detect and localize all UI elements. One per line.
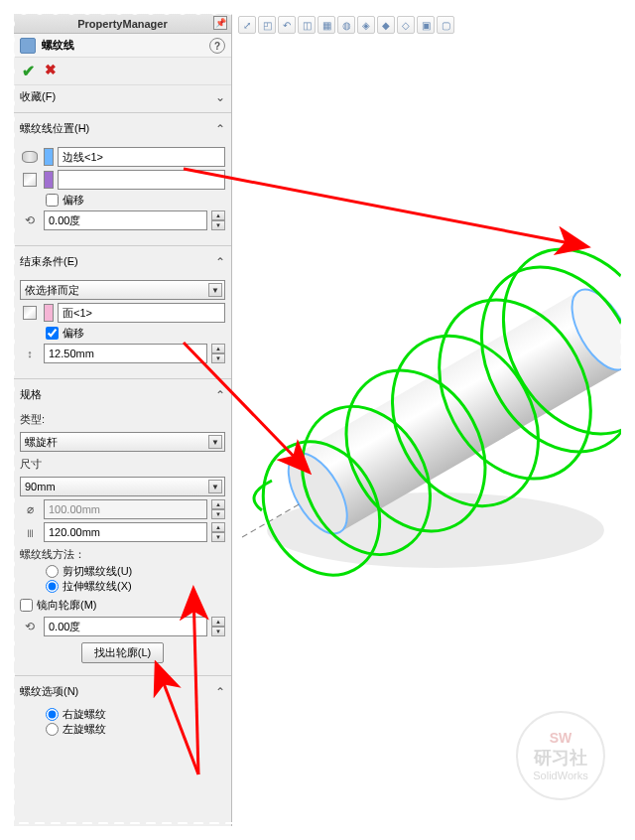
chevron-up-icon: ⌃ (215, 255, 225, 269)
angle-spinner[interactable]: ▲▼ (211, 210, 225, 230)
end-face-input[interactable] (58, 303, 225, 323)
cut-thread-label: 剪切螺纹线(U) (63, 564, 132, 579)
angle2-spinner[interactable]: ▲▼ (211, 617, 225, 636)
size-label: 尺寸 (20, 455, 225, 474)
pm-title-bar: PropertyManager 📌 (14, 14, 231, 34)
watermark-main: 研习社 (534, 746, 587, 770)
right-hand-radio-row[interactable]: 右旋螺纹 (46, 707, 225, 722)
offset-label: 偏移 (63, 193, 84, 208)
diameter-spinner[interactable]: ▲▼ (211, 499, 225, 519)
optional-face-input[interactable] (58, 170, 225, 190)
left-hand-label: 左旋螺纹 (63, 722, 106, 737)
offset-checkbox[interactable] (46, 194, 59, 207)
extrude-thread-radio[interactable] (46, 580, 59, 593)
end-offset-checkbox[interactable] (46, 327, 59, 340)
extrude-thread-radio-row[interactable]: 拉伸螺纹线(X) (46, 579, 225, 594)
favorites-label: 收藏(F) (20, 89, 56, 104)
thread-size-value: 90mm (25, 481, 56, 492)
end-offset-value-input[interactable] (44, 344, 207, 363)
cancel-button[interactable]: ✖ (45, 62, 57, 80)
watermark-sub: SolidWorks (533, 770, 587, 781)
pitch-spinner[interactable]: ▲▼ (211, 522, 225, 542)
mirror-profile-checkbox[interactable] (20, 599, 33, 612)
chevron-down-icon: ⌄ (215, 90, 225, 104)
toolbar-view-settings-icon[interactable]: ▣ (417, 16, 435, 34)
chevron-up-icon: ⌃ (215, 685, 225, 699)
toolbar-appearance-icon[interactable]: ◆ (377, 16, 395, 34)
section-options-body: 右旋螺纹 左旋螺纹 (14, 703, 231, 745)
section-position-header[interactable]: 螺纹线位置(H) ⌃ (14, 117, 231, 140)
chevron-up-icon: ⌃ (215, 388, 225, 402)
end-offset-checkbox-row[interactable]: 偏移 (46, 326, 84, 341)
toolbar-zoom-fit-icon[interactable]: ⤢ (238, 16, 256, 34)
end-cond-label: 结束条件(E) (20, 254, 78, 269)
toolbar-zoom-area-icon[interactable]: ◰ (258, 16, 276, 34)
pm-title: PropertyManager (77, 18, 167, 30)
toolbar-section-icon[interactable]: ◫ (298, 16, 316, 34)
toolbar-hide-show-icon[interactable]: ◈ (357, 16, 375, 34)
feature-name: 螺纹线 (42, 38, 74, 53)
thread-type-combo[interactable]: 螺旋杆 ▼ (20, 432, 225, 452)
toolbar-display-style-icon[interactable]: ◍ (337, 16, 355, 34)
rotation-angle-input[interactable] (44, 617, 207, 636)
end-condition-value: 依选择而定 (25, 283, 79, 298)
section-options-header[interactable]: 螺纹选项(N) ⌃ (14, 680, 231, 703)
left-hand-radio[interactable] (46, 723, 59, 736)
extrude-thread-label: 拉伸螺纹线(X) (63, 579, 132, 594)
diameter-icon (20, 499, 40, 519)
end-face-color-swatch (44, 304, 54, 322)
pitch-input[interactable] (44, 522, 207, 542)
toolbar-render-icon[interactable]: ▢ (437, 16, 454, 34)
section-end-cond-header[interactable]: 结束条件(E) ⌃ (14, 250, 231, 273)
watermark: SW 研习社 SolidWorks (516, 711, 605, 800)
mirror-profile-row[interactable]: 镜向轮廓(M) (20, 598, 225, 613)
section-favorites-header[interactable]: 收藏(F) ⌄ (14, 85, 231, 108)
offset-distance-icon (20, 344, 40, 363)
toolbar-prev-view-icon[interactable]: ↶ (278, 16, 296, 34)
dropdown-arrow-icon: ▼ (208, 283, 222, 297)
right-hand-label: 右旋螺纹 (63, 707, 106, 722)
thread-edge-input[interactable] (58, 147, 225, 167)
confirm-row: ✔ ✖ (14, 58, 231, 85)
end-face-icon (20, 303, 40, 323)
options-label: 螺纹选项(N) (20, 684, 78, 699)
feature-title-row: 螺纹线 ? (14, 34, 231, 58)
svg-rect-5 (0, 826, 635, 840)
face-color-swatch (44, 171, 54, 189)
toolbar-view-orient-icon[interactable]: ▦ (318, 16, 335, 34)
thread-feature-icon (20, 38, 36, 54)
svg-rect-4 (0, 0, 635, 14)
property-manager-panel: PropertyManager 📌 螺纹线 ? ✔ ✖ 收藏(F) ⌄ 螺纹线位… (14, 14, 232, 826)
offset-checkbox-row[interactable]: 偏移 (46, 193, 84, 208)
end-offset-spinner[interactable]: ▲▼ (211, 344, 225, 363)
toolbar-scene-icon[interactable]: ◇ (397, 16, 415, 34)
end-condition-combo[interactable]: 依选择而定 ▼ (20, 280, 225, 300)
pin-icon[interactable]: 📌 (213, 16, 227, 30)
thread-type-value: 螺旋杆 (25, 435, 58, 450)
section-spec-header[interactable]: 规格 ⌃ (14, 383, 231, 406)
svg-rect-6 (0, 0, 14, 840)
right-hand-radio[interactable] (46, 708, 59, 721)
diameter-input (44, 499, 207, 519)
left-hand-radio-row[interactable]: 左旋螺纹 (46, 722, 225, 737)
edge-cylinder-icon (20, 147, 40, 167)
section-position-body: 偏移 ▲▼ (14, 140, 231, 241)
ok-button[interactable]: ✔ (22, 62, 35, 80)
svg-rect-7 (621, 0, 635, 840)
position-label: 螺纹线位置(H) (20, 121, 89, 136)
pitch-icon (20, 522, 40, 542)
face-cylinder-icon (20, 170, 40, 190)
viewport-3d[interactable] (232, 14, 621, 826)
start-angle-input[interactable] (44, 210, 207, 230)
help-icon[interactable]: ? (209, 38, 225, 54)
end-offset-label: 偏移 (63, 326, 84, 341)
cut-thread-radio[interactable] (46, 565, 59, 578)
thread-size-combo[interactable]: 90mm ▼ (20, 477, 225, 496)
angle2-icon (20, 617, 40, 636)
find-profile-button[interactable]: 找出轮廓(L) (81, 642, 164, 663)
edge-color-swatch (44, 148, 54, 166)
watermark-sw: SW (550, 730, 572, 746)
angle-icon (20, 210, 40, 230)
cut-thread-radio-row[interactable]: 剪切螺纹线(U) (46, 564, 225, 579)
dropdown-arrow-icon: ▼ (208, 480, 222, 493)
